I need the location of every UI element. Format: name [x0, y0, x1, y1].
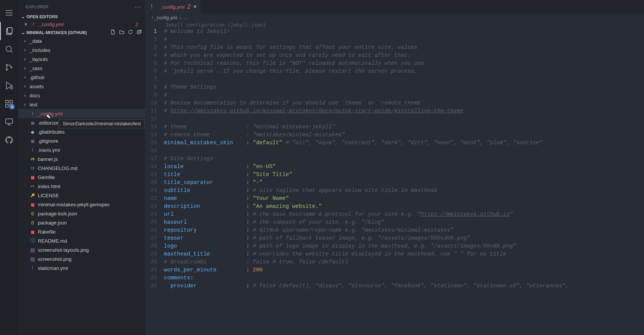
more-actions-icon[interactable]: ⋯: [134, 3, 141, 11]
open-editors-header[interactable]: ⌄ OPEN EDITORS: [18, 13, 145, 20]
sidebar: EXPLORER ⋯ ⌄ OPEN EDITORS × ! _config.ym…: [18, 0, 145, 335]
yml-icon: !: [30, 22, 36, 27]
breadcrumb-file: _config.yml: [154, 15, 177, 20]
tab-filename: _config.yml: [160, 4, 185, 10]
search-icon[interactable]: [0, 40, 18, 58]
remote-icon[interactable]: [0, 113, 18, 131]
file-icon: ◼: [30, 202, 36, 207]
svg-point-4: [6, 46, 11, 51]
svg-rect-14: [6, 119, 12, 123]
svg-point-8: [11, 67, 12, 68]
svg-rect-12: [6, 104, 8, 107]
activity-bar: 3: [0, 0, 18, 335]
file-LICENSE[interactable]: 🔑LICENSE: [18, 191, 145, 200]
file-icon: <>: [30, 184, 36, 188]
source-control-icon[interactable]: [0, 58, 18, 76]
svg-rect-3: [8, 28, 12, 33]
hover-tooltip: SimonDarksideJ/minimal-mistakes/test: [59, 119, 145, 128]
yml-icon: !: [149, 3, 155, 10]
run-debug-icon[interactable]: [0, 76, 18, 95]
file-icon: ▨: [30, 247, 36, 253]
breadcrumb-sep: ›: [179, 15, 181, 20]
file-package-lock.json[interactable]: {}package-lock.json: [18, 209, 145, 218]
folder-docs[interactable]: ›docs: [18, 91, 145, 100]
file-package.json[interactable]: {}package.json: [18, 218, 145, 227]
close-icon[interactable]: ×: [193, 3, 197, 10]
file-screenshot-layouts.png[interactable]: ▨screenshot-layouts.png: [18, 245, 145, 254]
file-icon: 🔑: [30, 193, 36, 197]
extensions-badge: 3: [9, 104, 15, 109]
file-icon: ◆: [30, 129, 36, 135]
file-staticman.yml[interactable]: !staticman.yml: [18, 263, 145, 273]
schema-hint: Jekyll configuration (jekyll.json): [145, 22, 644, 28]
folder-_sass[interactable]: ›_sass: [18, 64, 145, 73]
breadcrumb-more: ...: [183, 15, 187, 20]
file-minimal-mistakes-jekyll.gemspec[interactable]: ◼minimal-mistakes-jekyll.gemspec: [18, 200, 145, 209]
code-editor[interactable]: 1234567891011121314151617181920212223242…: [145, 28, 644, 335]
code-content[interactable]: # Welcome to Jekyll!## This config file …: [164, 28, 644, 335]
editor-area: ! _config.yml 2 × ! _config.yml › ... Je…: [145, 0, 644, 335]
close-icon[interactable]: ×: [24, 21, 27, 27]
yml-icon: !: [152, 15, 153, 20]
svg-rect-11: [10, 100, 12, 103]
new-folder-icon[interactable]: [119, 29, 124, 36]
open-editor-item[interactable]: × ! _config.yml 2: [18, 20, 145, 28]
file-_config.yml[interactable]: !_config.yml: [18, 109, 145, 118]
file-.gitignore[interactable]: ≣.gitignore: [18, 136, 145, 145]
tab-modified-count: 2: [187, 3, 191, 10]
file-Gemfile[interactable]: ◼Gemfile: [18, 173, 145, 182]
workspace-title: MINIMAL-MISTAKES [GITHUB]: [26, 30, 87, 35]
file-icon: {}: [30, 212, 36, 215]
file-index.html[interactable]: <>index.html: [18, 182, 145, 191]
file-tree: ›_data›_includes›_layouts›_sass›.github›…: [18, 36, 145, 335]
menu-icon[interactable]: [0, 4, 18, 22]
breadcrumbs[interactable]: ! _config.yml › ...: [145, 14, 644, 22]
folder-_data[interactable]: ›_data: [18, 36, 145, 45]
folder-_layouts[interactable]: ›_layouts: [18, 55, 145, 64]
open-editor-modified-count: 2: [135, 22, 142, 27]
open-editors-title: OPEN EDITORS: [26, 14, 58, 19]
file-banner.js[interactable]: JSbanner.js: [18, 154, 145, 164]
open-editor-filename: _config.yml: [39, 22, 64, 27]
file-icon: ⟳: [30, 165, 36, 171]
svg-point-9: [10, 87, 12, 89]
file-icon: ≣: [30, 138, 36, 144]
file-icon: !: [30, 147, 36, 153]
file-icon: ◼: [30, 175, 36, 180]
explorer-icon[interactable]: [0, 22, 18, 40]
new-file-icon[interactable]: [110, 29, 116, 36]
file-icon: ⓘ: [30, 237, 36, 244]
folder-assets[interactable]: ›assets: [18, 82, 145, 91]
extensions-icon[interactable]: 3: [0, 95, 18, 113]
file-Rakefile[interactable]: ◼Rakefile: [18, 227, 145, 236]
refresh-icon[interactable]: [128, 29, 133, 36]
file-.travis.yml[interactable]: !.travis.yml: [18, 145, 145, 154]
file-README.md[interactable]: ⓘREADME.md: [18, 236, 145, 245]
tab-bar: ! _config.yml 2 ×: [145, 0, 644, 14]
svg-rect-10: [6, 100, 8, 103]
tab-config-yml[interactable]: ! _config.yml 2 ×: [145, 0, 201, 14]
folder-test[interactable]: ›test: [18, 100, 145, 109]
explorer-title: EXPLORER: [26, 5, 48, 9]
folder-_includes[interactable]: ›_includes: [18, 45, 145, 55]
file-CHANGELOG.md[interactable]: ⟳CHANGELOG.md: [18, 164, 145, 173]
svg-line-5: [11, 51, 12, 53]
file-icon: ◼: [30, 229, 36, 235]
svg-point-6: [6, 64, 8, 66]
file-icon: !: [30, 111, 36, 117]
file-screenshot.png[interactable]: ▨screenshot.png: [18, 254, 145, 263]
file-icon: ▨: [30, 256, 36, 262]
workspace-header[interactable]: ⌄MINIMAL-MISTAKES [GITHUB]: [18, 28, 145, 36]
file-icon: {}: [30, 221, 36, 224]
line-numbers: 1234567891011121314151617181920212223242…: [145, 28, 164, 335]
folder-.github[interactable]: ›.github: [18, 73, 145, 82]
file-icon: JS: [30, 157, 36, 161]
sidebar-header: EXPLORER ⋯: [18, 0, 145, 13]
svg-point-7: [6, 69, 8, 70]
github-icon[interactable]: [0, 131, 18, 149]
file-icon: !: [30, 265, 36, 271]
file-icon: ≣: [30, 120, 36, 126]
collapse-all-icon[interactable]: [136, 29, 142, 36]
file-.gitattributes[interactable]: ◆.gitattributes: [18, 127, 145, 136]
